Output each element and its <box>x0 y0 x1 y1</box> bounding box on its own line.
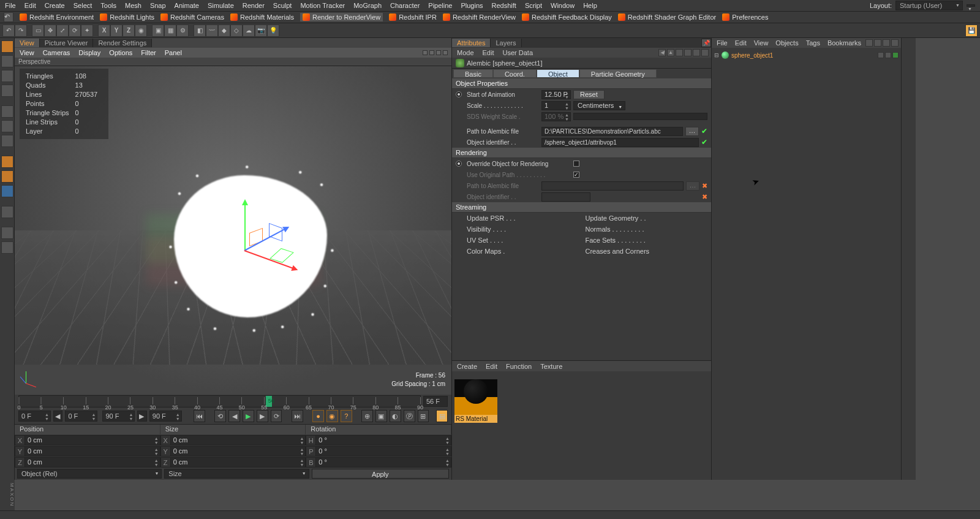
start-animation-radio[interactable] <box>456 91 462 97</box>
menu-character[interactable]: Character <box>390 2 420 9</box>
menu-redshift[interactable]: Redshift <box>492 2 516 9</box>
tool-edges[interactable] <box>1 120 13 132</box>
viewport[interactable]: Triangles108 Quads13 Lines270537 Points0… <box>15 66 451 395</box>
light-button[interactable]: 💡 <box>267 25 279 37</box>
loop-button[interactable]: ⟲ <box>214 410 226 422</box>
subtab-particlegeo[interactable]: Particle Geometry <box>579 69 657 78</box>
cube-primitive[interactable]: ◧ <box>194 25 206 37</box>
loop2-button[interactable]: ⟳ <box>271 410 282 422</box>
save-scene-icon[interactable]: 💾 <box>965 25 978 37</box>
rotate-tool[interactable]: ⟳ <box>69 25 81 37</box>
tool-texture[interactable] <box>1 70 13 82</box>
rot-p-input[interactable]: 0 °▲▼ <box>315 446 451 456</box>
menu-pipeline[interactable]: Pipeline <box>428 2 452 9</box>
tool-points[interactable] <box>1 105 13 118</box>
menu-render[interactable]: Render <box>243 2 265 9</box>
tool-model[interactable] <box>1 55 13 67</box>
shelf-shadergraph[interactable]: Redshift Shader Graph Editor <box>618 13 716 21</box>
menu-create[interactable]: Create <box>45 2 65 9</box>
override-radio[interactable] <box>456 161 462 167</box>
object-tree[interactable]: ⊟ sphere_object1 ➤ <box>712 48 901 480</box>
menu-tools[interactable]: Tools <box>100 2 116 9</box>
material-manager[interactable]: RS Material <box>452 371 711 480</box>
step-fwd-button[interactable]: ▶ <box>257 410 268 422</box>
rot-h-input[interactable]: 0 °▲▼ <box>315 435 451 445</box>
objmgr-file[interactable]: File <box>717 39 728 47</box>
shelf-lights[interactable]: Redshift Lights <box>100 13 154 21</box>
tree-item-sphere[interactable]: ⊟ sphere_object1 <box>714 50 899 60</box>
range-start-field[interactable]: 0 F▲▼ <box>18 411 51 422</box>
shelf-render-renderview[interactable]: Render to RenderView <box>300 13 383 21</box>
tool-workplane[interactable] <box>1 85 13 97</box>
render-region-button[interactable]: ▦ <box>164 25 176 37</box>
pin-icon[interactable]: 📌 <box>701 39 711 47</box>
subtab-basic[interactable]: Basic <box>453 69 493 78</box>
size-x-input[interactable]: 0 cm▲▼ <box>170 435 306 445</box>
goto-end-button[interactable]: ⏭ <box>292 410 303 422</box>
camera-button[interactable]: 📷 <box>255 25 267 37</box>
rot-b-input[interactable]: 0 °▲▼ <box>315 457 451 468</box>
tab-attributes[interactable]: Attributes <box>452 39 491 47</box>
tool-axis[interactable] <box>1 156 13 168</box>
tag-layer-icon[interactable] <box>878 52 884 58</box>
redo-button[interactable]: ↷ <box>15 25 27 37</box>
range-inner-end[interactable]: 90 F▲▼ <box>102 411 135 422</box>
range-inner-start[interactable]: 0 F▲▼ <box>65 411 97 422</box>
vp-layout-icon[interactable] <box>443 50 448 55</box>
axis-z-button[interactable]: Z <box>123 25 135 37</box>
range-marker-button[interactable]: ◀ <box>53 411 62 422</box>
nav-icon2[interactable] <box>684 49 692 56</box>
key-rot-button[interactable]: ◐ <box>390 410 401 422</box>
browse-button[interactable]: … <box>685 127 699 136</box>
spline-primitive[interactable]: 〰 <box>206 25 218 37</box>
tool-cursor[interactable] <box>1 40 13 53</box>
tag-check-icon[interactable] <box>892 52 899 58</box>
shelf-preferences[interactable]: Preferences <box>722 13 768 21</box>
layout-extra-button[interactable] <box>967 4 975 7</box>
vm-panel[interactable]: Panel <box>165 49 182 56</box>
objmgr-arrow-icon[interactable] <box>891 39 899 47</box>
matmenu-function[interactable]: Function <box>506 363 532 370</box>
nav-icon3[interactable] <box>693 49 700 56</box>
pos-z-input[interactable]: 0 cm▲▼ <box>24 457 160 468</box>
matmenu-edit[interactable]: Edit <box>486 363 497 370</box>
vm-filter[interactable]: Filter <box>141 49 156 56</box>
menu-file[interactable]: File <box>5 2 16 9</box>
tool-extra3[interactable] <box>1 241 13 254</box>
render-button[interactable]: ▣ <box>152 25 164 37</box>
scale-unit-dropdown[interactable]: Centimeters <box>573 101 625 110</box>
nav-up-icon[interactable]: ▲ <box>667 49 674 56</box>
tool-softsel[interactable] <box>1 185 13 197</box>
preview-button[interactable]: ▤ <box>436 410 448 422</box>
autokey-button[interactable]: ◉ <box>326 410 338 422</box>
menu-mesh[interactable]: Mesh <box>125 2 141 9</box>
menu-animate[interactable]: Animate <box>175 2 199 9</box>
render-settings-button[interactable]: ⚙ <box>176 25 189 37</box>
menu-snap[interactable]: Snap <box>150 2 166 9</box>
menu-sculpt[interactable]: Sculpt <box>273 2 292 9</box>
size-y-input[interactable]: 0 cm▲▼ <box>170 446 306 456</box>
axis-world-button[interactable]: ◉ <box>135 25 147 37</box>
tool-extra1[interactable] <box>1 206 13 218</box>
tab-picture-viewer[interactable]: Picture Viewer <box>40 39 94 47</box>
vp-rotate-icon[interactable] <box>436 50 441 55</box>
move-tool[interactable]: ✥ <box>44 25 56 37</box>
tree-expander[interactable]: ⊟ <box>714 52 719 58</box>
current-frame-field[interactable]: 56 F <box>423 396 448 407</box>
objmgr-bookmarks[interactable]: Bookmarks <box>827 39 861 47</box>
layout-dropdown[interactable]: Startup (User) <box>895 1 963 10</box>
keyframe-button[interactable]: ? <box>341 410 352 422</box>
right-sidebar-strip[interactable] <box>901 38 916 480</box>
record-button[interactable]: ● <box>312 410 324 422</box>
material-swatch[interactable]: RS Material <box>454 379 497 423</box>
menu-window[interactable]: Window <box>551 2 575 9</box>
step-back-button[interactable]: ◀ <box>228 410 240 422</box>
objmgr-tags[interactable]: Tags <box>806 39 820 47</box>
undo-button[interactable]: ↶ <box>2 25 15 37</box>
vm-view[interactable]: View <box>20 49 34 56</box>
menu-edit[interactable]: Edit <box>24 2 36 9</box>
shelf-feedback[interactable]: Redshift Feedback Display <box>522 13 612 21</box>
tool-polys[interactable] <box>1 135 13 147</box>
subtab-object[interactable]: Object <box>537 69 579 78</box>
tool-extra2[interactable] <box>1 227 13 239</box>
